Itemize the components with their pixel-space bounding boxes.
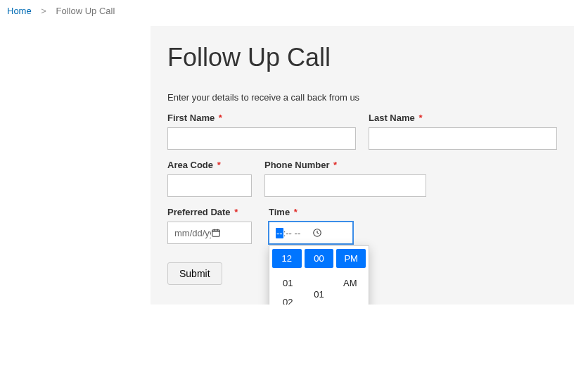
time-label: Time * <box>269 207 353 217</box>
breadcrumb-current: Follow Up Call <box>56 6 115 16</box>
time-picker-hour-option[interactable]: 02 <box>283 297 293 305</box>
page-instruction: Enter your details to receive a call bac… <box>167 92 557 103</box>
time-picker-minutes-column: 01 02 03 04 05 <box>303 274 334 305</box>
time-picker-dropdown: 12 00 PM 01 02 03 04 05 06 <box>269 245 369 305</box>
first-name-input[interactable] <box>167 127 356 150</box>
phone-number-label: Phone Number * <box>264 160 426 170</box>
time-picker-period-selected[interactable]: PM <box>336 249 366 268</box>
time-picker-hour-option[interactable]: 01 <box>283 278 293 288</box>
page-title: Follow Up Call <box>167 43 557 72</box>
preferred-date-label: Preferred Date * <box>167 207 252 217</box>
form-panel: Follow Up Call Enter your details to rec… <box>151 26 574 305</box>
date-placeholder: mm/dd/yyyy <box>174 228 211 238</box>
preferred-date-input[interactable]: mm/dd/yyyy <box>167 222 252 244</box>
breadcrumb: Home > Follow Up Call <box>0 0 588 22</box>
time-picker-hours-column: 01 02 03 04 05 06 <box>272 274 303 305</box>
calendar-icon[interactable] <box>211 228 248 238</box>
first-name-label: First Name * <box>167 113 356 123</box>
area-code-label: Area Code * <box>167 160 252 170</box>
area-code-input[interactable] <box>167 174 252 197</box>
phone-number-input[interactable] <box>264 174 426 197</box>
last-name-label: Last Name * <box>369 113 557 123</box>
time-picker-period-option[interactable]: AM <box>343 278 357 288</box>
breadcrumb-separator: > <box>41 6 46 16</box>
time-value: --:-- -- <box>276 228 312 238</box>
time-input[interactable]: --:-- -- 12 00 PM 01 02 03 <box>269 222 353 244</box>
time-picker-period-column: AM <box>335 274 366 305</box>
breadcrumb-home-link[interactable]: Home <box>7 6 32 16</box>
time-picker-hour-selected[interactable]: 12 <box>272 249 302 268</box>
time-picker-minute-option[interactable]: 01 <box>314 289 324 300</box>
svg-rect-0 <box>212 230 219 236</box>
svg-line-6 <box>317 233 319 233</box>
clock-icon[interactable] <box>312 228 349 238</box>
submit-button[interactable]: Submit <box>167 262 222 285</box>
time-picker-minute-selected[interactable]: 00 <box>305 249 334 268</box>
last-name-input[interactable] <box>369 127 557 150</box>
